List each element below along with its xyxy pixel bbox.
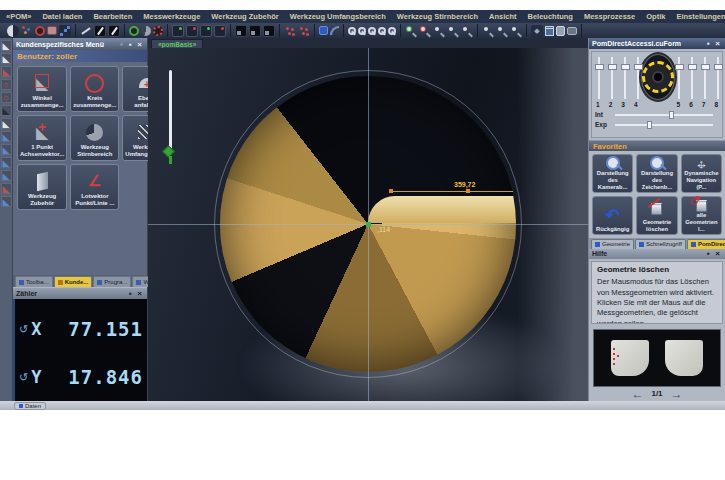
strip-ring-tool-1-icon[interactable] [1, 79, 12, 90]
menu-datei-laden[interactable]: Datei laden [42, 12, 82, 21]
button-kreis-zusammengesetzt[interactable]: Kreis zusammenge... [70, 66, 119, 112]
light-slider-1[interactable] [595, 57, 602, 99]
light-preset-1-icon[interactable] [405, 25, 417, 37]
strip-chamfer-tool-1-icon[interactable] [1, 40, 12, 51]
strip-chamfer-tool-3-icon[interactable] [1, 66, 12, 77]
connector-tool-icon[interactable] [567, 27, 577, 35]
tab-daten[interactable]: Daten [14, 402, 46, 410]
viewport-tab[interactable]: «pomBasis» [151, 39, 203, 48]
ring-light-icon[interactable] [641, 54, 675, 100]
strip-blue-tool-1-icon[interactable] [1, 131, 12, 142]
menu-werkzeug-zubehoer[interactable]: Werkzeug Zubehör [211, 12, 278, 21]
tab-pomdirectaccess[interactable]: PomDirectA... [687, 239, 725, 249]
light-slider-2[interactable] [608, 57, 615, 99]
strip-chamfer-tool-2-icon[interactable] [1, 53, 12, 64]
strip-blue-tool-4-icon[interactable] [1, 170, 12, 181]
button-lotvektor-punkt-linie[interactable]: Lotvektor Punkt/Linie ... [70, 164, 119, 210]
zoom-in-icon[interactable] [348, 27, 356, 35]
tab-kundenmenu[interactable]: Kunde... [54, 276, 93, 287]
light-preset-5-icon[interactable] [461, 25, 473, 37]
diamond-tool-icon[interactable] [531, 25, 543, 37]
light-preset-4-icon[interactable] [447, 25, 459, 37]
light-slider-6[interactable] [688, 57, 695, 99]
circle-green-tool-icon[interactable] [129, 26, 139, 36]
marker-points-2-icon[interactable] [298, 25, 310, 37]
direct-access-close-icon[interactable] [713, 39, 722, 48]
menu-werkzeug-stirnbereich[interactable]: Werkzeug Stirnbereich [397, 12, 478, 21]
prev-page-icon[interactable] [631, 388, 643, 400]
button-winkel-zusammengesetzt[interactable]: Winkel zusammenge... [17, 66, 67, 112]
button-rueckgaengig[interactable]: Rückgängig [592, 196, 633, 235]
light-slider-5[interactable] [675, 57, 682, 99]
menu-messprozesse[interactable]: Messprozesse [584, 12, 635, 21]
halfmoon-tool-icon[interactable] [7, 25, 19, 37]
strip-blue-tool-2-icon[interactable] [1, 144, 12, 155]
panel-pin-icon[interactable] [126, 40, 135, 49]
wheel-tool-icon[interactable] [153, 26, 163, 36]
direct-access-pin-icon[interactable] [704, 39, 713, 48]
strip-dark-tool-icon[interactable] [1, 105, 12, 116]
zero-y-icon[interactable] [19, 371, 28, 384]
tool-thumbnail-2[interactable] [665, 340, 703, 376]
menu-optik[interactable]: Optik [646, 12, 665, 21]
strip-blue-tool-3-icon[interactable] [1, 157, 12, 168]
exposure-knob[interactable] [647, 121, 652, 129]
point-cloud-tool-icon[interactable] [21, 25, 33, 37]
tab-programme[interactable]: Progra... [93, 276, 131, 287]
focus-slider-track[interactable] [169, 70, 172, 150]
tab-toolbar[interactable]: Toolba... [15, 276, 53, 287]
cutter-tool-1-icon[interactable] [235, 25, 247, 37]
zoom-fit-icon[interactable] [368, 27, 376, 35]
menu-werkzeug-umfangsbereich[interactable]: Werkzeug Umfangsbereich [290, 12, 386, 21]
edge-tool-1-icon[interactable] [94, 25, 106, 37]
next-page-icon[interactable] [671, 388, 683, 400]
trash-tool-icon[interactable] [545, 26, 554, 36]
line-measure-tool-icon[interactable] [80, 25, 92, 37]
light-c-icon[interactable] [510, 25, 522, 37]
button-darstellung-kamerabild[interactable]: Darstellung des Kamerab... [592, 154, 633, 193]
menu-messwerkzeuge[interactable]: Messwerkzeuge [143, 12, 200, 21]
target-circle-tool-icon[interactable] [35, 26, 45, 36]
counter-close-icon[interactable] [135, 289, 144, 298]
light-slider-7[interactable] [701, 57, 708, 99]
menu-einstellungen[interactable]: Einstellungen [676, 12, 725, 21]
marker-points-1-icon[interactable] [284, 25, 296, 37]
menu-bearbeiten[interactable]: Bearbeiten [93, 12, 132, 21]
cone-tool-icon[interactable] [141, 26, 151, 36]
button-1-punkt-achsenvektor[interactable]: 1 Punkt Achsenvektor... [17, 115, 67, 161]
button-darstellung-zeichenbereich[interactable]: Darstellung des Zeichenb... [636, 154, 677, 193]
camera-image[interactable]: 359,72 ,114 [148, 48, 588, 401]
zoom-1-1-icon[interactable] [388, 27, 396, 35]
preset-slot-4-icon[interactable] [214, 25, 226, 37]
preset-slot-1-icon[interactable] [172, 25, 184, 37]
button-werkzeug-stirnbereich[interactable]: Werkzeug Stirnbereich [70, 115, 119, 161]
light-slider-8[interactable] [714, 57, 721, 99]
strip-angle-tool-icon[interactable] [1, 118, 12, 129]
cutter-tool-2-icon[interactable] [249, 25, 261, 37]
plane-tool-icon[interactable] [47, 26, 57, 35]
strip-red-tool-icon[interactable] [1, 183, 12, 194]
intensity-knob[interactable] [669, 111, 674, 119]
preset-slot-2-icon[interactable] [186, 25, 198, 37]
tab-schnellzugriff[interactable]: Schnellzugriff [635, 239, 686, 249]
menu-beleuchtung[interactable]: Beleuchtung [528, 12, 573, 21]
zero-x-icon[interactable] [19, 323, 28, 336]
arc-tool-icon[interactable] [330, 26, 339, 35]
zoom-out-icon[interactable] [358, 27, 366, 35]
tab-geometrie[interactable]: Geometrie [591, 239, 634, 249]
edge-tool-2-icon[interactable] [108, 25, 120, 37]
light-slider-3[interactable] [621, 57, 628, 99]
light-preset-3-icon[interactable] [433, 25, 445, 37]
clipboard-tool-icon[interactable] [556, 26, 565, 36]
exposure-slider[interactable] [615, 124, 713, 126]
menu-ansicht[interactable]: Ansicht [489, 12, 517, 21]
tool-thumbnail-1[interactable] [611, 340, 649, 376]
button-werkzeug-zubehoer[interactable]: Werkzeug Zubehör [17, 164, 67, 210]
strip-ring-tool-2-icon[interactable] [1, 92, 12, 103]
help-close-icon[interactable] [713, 249, 722, 258]
menu-pom[interactable]: «POM» [6, 12, 31, 21]
button-geometrie-loeschen[interactable]: Geometrie löschen [636, 196, 677, 235]
panel-options-icon[interactable] [117, 40, 126, 49]
spline-tool-icon[interactable] [59, 25, 71, 37]
button-alle-geometrien-loeschen[interactable]: alle Geometrien l... [681, 196, 722, 235]
